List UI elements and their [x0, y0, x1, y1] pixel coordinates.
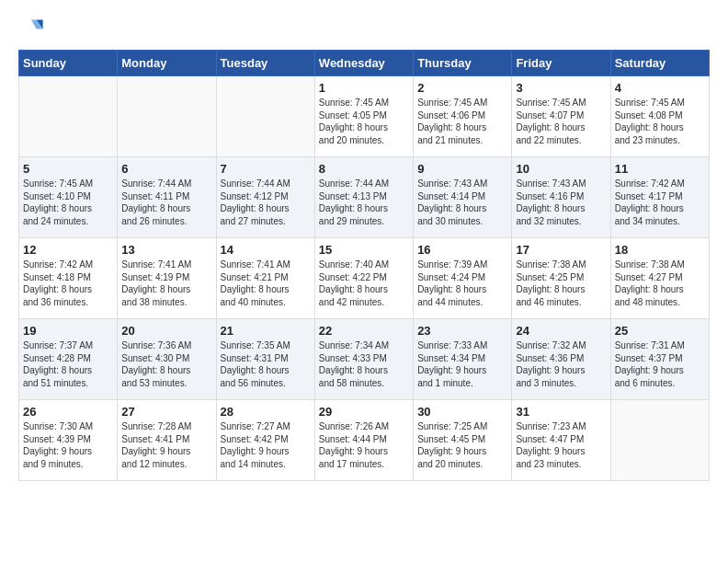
- day-number: 12: [23, 243, 113, 257]
- header-cell-wednesday: Wednesday: [314, 51, 413, 76]
- calendar-cell: [19, 76, 118, 157]
- day-number: 22: [319, 324, 409, 338]
- day-info: Sunrise: 7:45 AM Sunset: 4:10 PM Dayligh…: [23, 178, 113, 227]
- day-info: Sunrise: 7:23 AM Sunset: 4:47 PM Dayligh…: [516, 420, 606, 470]
- calendar-cell: 8Sunrise: 7:44 AM Sunset: 4:13 PM Daylig…: [314, 157, 413, 238]
- day-info: Sunrise: 7:27 AM Sunset: 4:42 PM Dayligh…: [221, 420, 311, 470]
- day-info: Sunrise: 7:33 AM Sunset: 4:34 PM Dayligh…: [417, 339, 507, 389]
- page: SundayMondayTuesdayWednesdayThursdayFrid…: [0, 0, 728, 500]
- day-info: Sunrise: 7:44 AM Sunset: 4:13 PM Dayligh…: [319, 178, 409, 227]
- week-row: 1Sunrise: 7:45 AM Sunset: 4:05 PM Daylig…: [19, 76, 710, 157]
- day-number: 6: [121, 162, 211, 176]
- calendar-cell: 26Sunrise: 7:30 AM Sunset: 4:39 PM Dayli…: [19, 400, 118, 481]
- day-number: 2: [417, 81, 507, 95]
- day-info: Sunrise: 7:35 AM Sunset: 4:31 PM Dayligh…: [221, 339, 311, 389]
- calendar-cell: 18Sunrise: 7:38 AM Sunset: 4:27 PM Dayli…: [610, 238, 709, 319]
- week-row: 5Sunrise: 7:45 AM Sunset: 4:10 PM Daylig…: [19, 157, 710, 238]
- day-info: Sunrise: 7:37 AM Sunset: 4:28 PM Dayligh…: [23, 339, 113, 389]
- header-cell-thursday: Thursday: [414, 51, 512, 76]
- day-info: Sunrise: 7:45 AM Sunset: 4:08 PM Dayligh…: [615, 97, 705, 146]
- day-number: 29: [319, 405, 409, 419]
- calendar-cell: 7Sunrise: 7:44 AM Sunset: 4:12 PM Daylig…: [216, 157, 314, 238]
- day-info: Sunrise: 7:40 AM Sunset: 4:22 PM Dayligh…: [319, 259, 409, 308]
- day-number: 7: [221, 162, 311, 176]
- header-cell-friday: Friday: [512, 51, 610, 76]
- day-number: 23: [417, 324, 507, 338]
- day-number: 31: [516, 405, 606, 419]
- calendar-cell: 25Sunrise: 7:31 AM Sunset: 4:37 PM Dayli…: [610, 319, 709, 400]
- day-number: 27: [121, 405, 211, 419]
- day-number: 24: [516, 324, 606, 338]
- day-info: Sunrise: 7:30 AM Sunset: 4:39 PM Dayligh…: [23, 420, 113, 470]
- calendar-cell: 1Sunrise: 7:45 AM Sunset: 4:05 PM Daylig…: [314, 76, 413, 157]
- day-number: 20: [121, 324, 211, 338]
- calendar-cell: 10Sunrise: 7:43 AM Sunset: 4:16 PM Dayli…: [512, 157, 610, 238]
- day-number: 9: [417, 162, 507, 176]
- calendar-cell: 19Sunrise: 7:37 AM Sunset: 4:28 PM Dayli…: [19, 319, 118, 400]
- day-number: 8: [319, 162, 409, 176]
- day-info: Sunrise: 7:45 AM Sunset: 4:05 PM Dayligh…: [319, 97, 409, 146]
- day-info: Sunrise: 7:38 AM Sunset: 4:27 PM Dayligh…: [615, 259, 705, 308]
- day-number: 30: [417, 405, 507, 419]
- day-number: 13: [121, 243, 211, 257]
- calendar-cell: 20Sunrise: 7:36 AM Sunset: 4:30 PM Dayli…: [118, 319, 216, 400]
- calendar-cell: 30Sunrise: 7:25 AM Sunset: 4:45 PM Dayli…: [414, 400, 512, 481]
- day-number: 3: [516, 81, 606, 95]
- day-info: Sunrise: 7:32 AM Sunset: 4:36 PM Dayligh…: [516, 339, 606, 389]
- calendar-cell: 12Sunrise: 7:42 AM Sunset: 4:18 PM Dayli…: [19, 238, 118, 319]
- calendar-cell: 4Sunrise: 7:45 AM Sunset: 4:08 PM Daylig…: [610, 76, 709, 157]
- header-cell-sunday: Sunday: [19, 51, 118, 76]
- day-number: 16: [417, 243, 507, 257]
- day-number: 28: [221, 405, 311, 419]
- day-info: Sunrise: 7:26 AM Sunset: 4:44 PM Dayligh…: [319, 420, 409, 470]
- day-info: Sunrise: 7:45 AM Sunset: 4:06 PM Dayligh…: [417, 97, 507, 146]
- day-number: 19: [23, 324, 113, 338]
- day-number: 4: [615, 81, 705, 95]
- day-number: 15: [319, 243, 409, 257]
- header-cell-tuesday: Tuesday: [216, 51, 314, 76]
- day-info: Sunrise: 7:43 AM Sunset: 4:16 PM Dayligh…: [516, 178, 606, 227]
- calendar-cell: 29Sunrise: 7:26 AM Sunset: 4:44 PM Dayli…: [314, 400, 413, 481]
- day-number: 11: [615, 162, 705, 176]
- calendar-table: SundayMondayTuesdayWednesdayThursdayFrid…: [18, 50, 710, 481]
- day-number: 26: [23, 405, 113, 419]
- logo-icon: [18, 15, 44, 40]
- day-info: Sunrise: 7:45 AM Sunset: 4:07 PM Dayligh…: [516, 97, 606, 146]
- day-number: 10: [516, 162, 606, 176]
- day-info: Sunrise: 7:38 AM Sunset: 4:25 PM Dayligh…: [516, 259, 606, 308]
- calendar-cell: 22Sunrise: 7:34 AM Sunset: 4:33 PM Dayli…: [314, 319, 413, 400]
- calendar-cell: 3Sunrise: 7:45 AM Sunset: 4:07 PM Daylig…: [512, 76, 610, 157]
- day-info: Sunrise: 7:42 AM Sunset: 4:17 PM Dayligh…: [615, 178, 705, 227]
- calendar-cell: [216, 76, 314, 157]
- calendar-cell: 24Sunrise: 7:32 AM Sunset: 4:36 PM Dayli…: [512, 319, 610, 400]
- header-cell-monday: Monday: [118, 51, 216, 76]
- day-info: Sunrise: 7:41 AM Sunset: 4:19 PM Dayligh…: [121, 259, 211, 308]
- day-info: Sunrise: 7:41 AM Sunset: 4:21 PM Dayligh…: [221, 259, 311, 308]
- calendar-cell: 23Sunrise: 7:33 AM Sunset: 4:34 PM Dayli…: [414, 319, 512, 400]
- day-number: 18: [615, 243, 705, 257]
- calendar-cell: 28Sunrise: 7:27 AM Sunset: 4:42 PM Dayli…: [216, 400, 314, 481]
- calendar-cell: 6Sunrise: 7:44 AM Sunset: 4:11 PM Daylig…: [118, 157, 216, 238]
- day-number: 1: [319, 81, 409, 95]
- week-row: 19Sunrise: 7:37 AM Sunset: 4:28 PM Dayli…: [19, 319, 710, 400]
- calendar-cell: 13Sunrise: 7:41 AM Sunset: 4:19 PM Dayli…: [118, 238, 216, 319]
- day-info: Sunrise: 7:44 AM Sunset: 4:12 PM Dayligh…: [221, 178, 311, 227]
- calendar-cell: 14Sunrise: 7:41 AM Sunset: 4:21 PM Dayli…: [216, 238, 314, 319]
- calendar-body: 1Sunrise: 7:45 AM Sunset: 4:05 PM Daylig…: [19, 76, 710, 481]
- day-number: 5: [23, 162, 113, 176]
- calendar-header: SundayMondayTuesdayWednesdayThursdayFrid…: [19, 51, 710, 76]
- day-info: Sunrise: 7:25 AM Sunset: 4:45 PM Dayligh…: [417, 420, 507, 470]
- header-row: SundayMondayTuesdayWednesdayThursdayFrid…: [19, 51, 710, 76]
- day-info: Sunrise: 7:36 AM Sunset: 4:30 PM Dayligh…: [121, 339, 211, 389]
- calendar-cell: 11Sunrise: 7:42 AM Sunset: 4:17 PM Dayli…: [610, 157, 709, 238]
- week-row: 12Sunrise: 7:42 AM Sunset: 4:18 PM Dayli…: [19, 238, 710, 319]
- logo: [18, 15, 48, 40]
- day-info: Sunrise: 7:28 AM Sunset: 4:41 PM Dayligh…: [121, 420, 211, 470]
- day-number: 17: [516, 243, 606, 257]
- calendar-cell: 2Sunrise: 7:45 AM Sunset: 4:06 PM Daylig…: [414, 76, 512, 157]
- calendar-cell: [610, 400, 709, 481]
- day-info: Sunrise: 7:39 AM Sunset: 4:24 PM Dayligh…: [417, 259, 507, 308]
- calendar-cell: 9Sunrise: 7:43 AM Sunset: 4:14 PM Daylig…: [414, 157, 512, 238]
- calendar-cell: 21Sunrise: 7:35 AM Sunset: 4:31 PM Dayli…: [216, 319, 314, 400]
- day-info: Sunrise: 7:43 AM Sunset: 4:14 PM Dayligh…: [417, 178, 507, 227]
